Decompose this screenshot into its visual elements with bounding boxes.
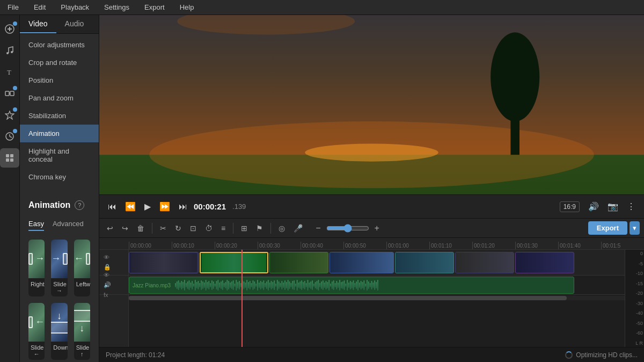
menu-settings[interactable]: Settings	[101, 2, 133, 12]
svg-rect-53	[218, 280, 219, 291]
audio-track-eye-icon[interactable]: 👁	[103, 271, 112, 279]
audio-clip-main[interactable]: Jazz Piano.mp3	[129, 277, 574, 294]
apps-icon[interactable]	[0, 148, 19, 168]
video-clip-5[interactable]	[395, 252, 454, 273]
tab-easy[interactable]: Easy	[28, 218, 44, 231]
video-clip-3[interactable]	[269, 252, 328, 273]
cut-button[interactable]: ✂	[157, 222, 170, 235]
help-icon[interactable]: ?	[75, 200, 84, 210]
ruler-mark-10: 00:01:40	[558, 242, 601, 249]
svg-rect-104	[295, 284, 296, 287]
undo-button[interactable]: ↩	[104, 222, 116, 235]
property-position[interactable]: Position	[20, 71, 99, 89]
svg-rect-72	[246, 280, 247, 291]
animation-panel: Animation ? Easy Advanced → Rightward	[20, 192, 99, 363]
svg-rect-127	[330, 284, 331, 287]
timeline-scrollbar-thumb[interactable]	[129, 296, 567, 300]
svg-rect-67	[239, 281, 240, 289]
crop-button[interactable]: ⊡	[187, 222, 200, 235]
menu-file[interactable]: File	[4, 2, 22, 12]
audio-track-mute-icon[interactable]: 🔊	[103, 280, 112, 289]
step-back-button[interactable]: ⏪	[123, 199, 138, 214]
property-chroma-key[interactable]: Chroma key	[20, 168, 99, 186]
clock-icon[interactable]	[0, 127, 19, 146]
video-clip-7[interactable]	[515, 252, 574, 273]
screenshot-button[interactable]: 📷	[605, 199, 620, 214]
svg-rect-14	[10, 154, 13, 157]
menu-playback[interactable]: Playback	[57, 2, 92, 12]
stabilize-btn[interactable]: ◎	[275, 222, 288, 235]
aspect-ratio-selector[interactable]: 16:9	[560, 201, 580, 212]
svg-rect-57	[224, 283, 225, 287]
delete-button[interactable]: 🗑	[134, 222, 148, 235]
anim-card-downward[interactable]: ↓ Downward	[51, 303, 67, 360]
tab-advanced[interactable]: Advanced	[53, 218, 84, 231]
svg-rect-144	[356, 281, 357, 289]
menu-edit[interactable]: Edit	[31, 2, 49, 12]
svg-rect-82	[262, 282, 263, 288]
speed-button[interactable]: ⏱	[202, 222, 216, 235]
property-stabilization[interactable]: Stabilization	[20, 107, 99, 125]
tab-video[interactable]: Video	[20, 15, 56, 33]
svg-rect-128	[332, 281, 333, 289]
audio-track-fx-icon[interactable]: fx	[103, 291, 112, 299]
property-pan-zoom[interactable]: Pan and zoom	[20, 89, 99, 107]
anim-card-slide-right[interactable]: → Slide →	[51, 240, 67, 296]
transition-icon[interactable]	[0, 84, 19, 103]
text-icon[interactable]: T	[0, 62, 19, 82]
volume-button[interactable]: 🔊	[586, 199, 601, 214]
audio-button[interactable]: ≡	[218, 222, 229, 235]
property-background-removal[interactable]: Background removal	[20, 186, 99, 192]
anim-card-slide-up[interactable]: ↓ Slide ↑	[74, 303, 90, 360]
video-clip-6[interactable]	[455, 252, 514, 273]
rotate-button[interactable]: ↻	[172, 222, 185, 235]
anim-card-rightward[interactable]: → Rightward	[28, 240, 45, 296]
video-clip-2[interactable]	[200, 252, 268, 273]
svg-rect-112	[308, 280, 309, 291]
property-crop-rotate[interactable]: Crop and rotate	[20, 54, 99, 71]
effects-icon[interactable]	[0, 105, 19, 125]
svg-rect-138	[347, 280, 348, 291]
property-highlight-conceal[interactable]: Highlight and conceal	[20, 142, 99, 168]
play-button[interactable]: ▶	[142, 199, 153, 214]
svg-rect-133	[339, 280, 340, 291]
add-media-icon[interactable]	[0, 19, 19, 39]
redo-button[interactable]: ↪	[119, 222, 131, 235]
project-length: Project length: 01:24	[106, 351, 165, 359]
transition-btn[interactable]: ⊞	[238, 222, 251, 235]
property-animation[interactable]: Animation	[20, 125, 99, 142]
anim-card-slide-left[interactable]: ← Slide ←	[28, 303, 45, 360]
svg-rect-81	[260, 281, 261, 289]
svg-rect-146	[359, 283, 360, 288]
more-options-button[interactable]: ⋮	[625, 199, 638, 214]
sidebar-icons: T	[0, 15, 20, 362]
video-clip-4[interactable]	[330, 252, 394, 273]
svg-rect-66	[237, 282, 238, 288]
mic-btn[interactable]: 🎤	[290, 222, 306, 235]
step-forward-button[interactable]: ⏩	[157, 199, 172, 214]
svg-rect-41	[200, 283, 201, 287]
anim-card-leftward[interactable]: ← Leftward	[74, 240, 90, 296]
skip-to-end-button[interactable]: ⏭	[177, 200, 189, 214]
menu-export[interactable]: Export	[141, 2, 168, 12]
svg-rect-26	[177, 281, 178, 289]
menu-help[interactable]: Help	[177, 2, 197, 12]
zoom-slider[interactable]	[326, 224, 369, 233]
video-track-eye-icon[interactable]: 👁	[103, 253, 112, 262]
svg-rect-107	[300, 281, 301, 289]
svg-rect-136	[344, 280, 345, 290]
volume-meter: 0 -5 -10 -15 -20 -30 -40 -50 -60 L R	[625, 250, 644, 347]
preview-controls: ⏮ ⏪ ▶ ⏩ ⏭ 00:00:21.139 16:9 🔊 📷 ⋮	[99, 194, 644, 218]
property-color-adjustments[interactable]: Color adjustments	[20, 36, 99, 54]
zoom-in-button[interactable]: +	[371, 221, 383, 235]
svg-rect-44	[204, 283, 205, 288]
music-icon[interactable]	[0, 41, 19, 60]
marker-btn[interactable]: ⚑	[253, 222, 266, 235]
tab-audio[interactable]: Audio	[56, 15, 93, 33]
video-clip-1[interactable]	[129, 252, 199, 273]
zoom-out-button[interactable]: −	[312, 221, 324, 235]
export-options-button[interactable]: ▾	[630, 221, 640, 235]
skip-to-start-button[interactable]: ⏮	[106, 200, 119, 214]
export-button[interactable]: Export	[588, 221, 627, 235]
svg-rect-118	[317, 281, 318, 289]
